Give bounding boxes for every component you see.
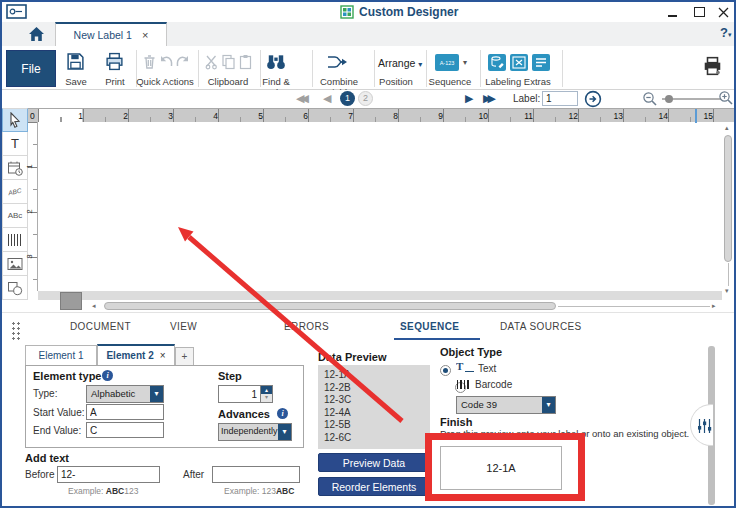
v-scrollbar-track[interactable] bbox=[728, 263, 729, 286]
panel-grip[interactable] bbox=[11, 321, 21, 341]
close-button[interactable] bbox=[718, 7, 729, 18]
curved-text-glyph: ABC bbox=[8, 187, 23, 197]
type-dropdown[interactable]: Alphabetic ▾ bbox=[86, 385, 164, 403]
save-label[interactable]: Save bbox=[58, 76, 94, 87]
arrange-dropdown[interactable]: Arrange ▾ bbox=[378, 57, 422, 69]
list-item[interactable]: 12-3C bbox=[324, 394, 430, 407]
undo-icon[interactable] bbox=[159, 54, 174, 70]
zoom-out-icon[interactable] bbox=[642, 91, 658, 107]
preview-data-button[interactable]: Preview Data bbox=[318, 453, 430, 472]
tab-data-sources[interactable]: DATA SOURCES bbox=[500, 321, 582, 332]
element-type-info-icon[interactable]: i bbox=[102, 370, 113, 381]
label-number-input[interactable] bbox=[542, 91, 578, 106]
page-1-badge[interactable]: 1 bbox=[340, 91, 355, 106]
find-replace-icon[interactable] bbox=[266, 52, 286, 72]
h-scrollbar-thumb[interactable] bbox=[104, 302, 556, 310]
scroll-right-icon[interactable]: ▸ bbox=[712, 301, 716, 311]
step-spinner[interactable]: ▴ ▾ bbox=[261, 385, 273, 403]
curved-text-tool[interactable]: ABC bbox=[2, 180, 28, 204]
reorder-elements-button[interactable]: Reorder Elements bbox=[318, 477, 430, 496]
barcode-type-dropdown[interactable]: Code 39 ▾ bbox=[456, 396, 556, 414]
position-label: Position bbox=[374, 76, 418, 87]
element-2-close-icon[interactable]: × bbox=[160, 350, 166, 361]
file-button[interactable]: File bbox=[6, 50, 56, 87]
tab-document[interactable]: DOCUMENT bbox=[70, 321, 131, 332]
before-input[interactable] bbox=[57, 466, 160, 483]
end-value-input[interactable] bbox=[86, 422, 164, 438]
v-scrollbar-thumb[interactable] bbox=[724, 135, 732, 262]
flyout-handle[interactable] bbox=[690, 404, 713, 446]
text-radio[interactable] bbox=[440, 365, 451, 376]
barcode-radio-label[interactable]: Barcode bbox=[475, 379, 512, 390]
scroll-down-icon[interactable]: ▾ bbox=[725, 286, 729, 296]
tab-element-1[interactable]: Element 1 bbox=[25, 345, 97, 366]
tab-close-icon[interactable]: × bbox=[142, 29, 148, 41]
list-item[interactable]: 12-2B bbox=[324, 382, 430, 395]
redo-icon[interactable] bbox=[175, 54, 190, 70]
home-icon[interactable] bbox=[28, 26, 45, 42]
minimize-button[interactable] bbox=[668, 6, 684, 18]
chevron-down-icon: ▾ bbox=[278, 424, 291, 440]
finish-heading: Finish bbox=[440, 416, 472, 428]
tab-view[interactable]: VIEW bbox=[170, 321, 197, 332]
step-up-button[interactable]: ▴ bbox=[261, 386, 272, 394]
text-tool[interactable]: T bbox=[2, 132, 28, 156]
combine-fields-icon[interactable] bbox=[326, 53, 348, 71]
list-item[interactable]: 12-5B bbox=[324, 419, 430, 432]
start-value-input[interactable] bbox=[86, 404, 164, 420]
advances-dropdown[interactable]: Independently ▾ bbox=[218, 423, 292, 441]
tab-sequence[interactable]: SEQUENCE bbox=[400, 321, 459, 332]
list-item[interactable]: 12-4A bbox=[324, 407, 430, 420]
select-tool[interactable] bbox=[2, 108, 28, 132]
list-item[interactable]: 12-1A bbox=[324, 369, 430, 382]
save-icon[interactable] bbox=[66, 52, 85, 71]
help-button[interactable]: ? bbox=[720, 25, 728, 40]
quick-print-icon[interactable] bbox=[702, 56, 723, 76]
delete-icon[interactable] bbox=[142, 54, 157, 70]
labeling-database-icon[interactable] bbox=[488, 54, 506, 71]
print-icon[interactable] bbox=[105, 52, 124, 71]
advances-info-icon[interactable]: i bbox=[277, 408, 288, 419]
design-canvas[interactable] bbox=[38, 122, 722, 291]
rich-text-tool[interactable]: ABc bbox=[2, 204, 28, 228]
tab-element-2[interactable]: Element 2 × bbox=[97, 344, 175, 366]
last-label-button[interactable]: ▶▶ bbox=[483, 92, 492, 105]
sequence-caret-icon[interactable]: ▾ bbox=[463, 58, 467, 67]
step-down-button[interactable]: ▾ bbox=[261, 394, 272, 402]
shapes-tool[interactable] bbox=[2, 276, 28, 300]
step-input[interactable] bbox=[218, 385, 261, 403]
horizontal-ruler: 0 12 34 56 78 910 1112 1314 15 bbox=[28, 108, 734, 122]
zoom-in-icon[interactable] bbox=[718, 90, 734, 106]
add-element-tab[interactable]: + bbox=[175, 347, 194, 366]
sequence-label[interactable]: Sequence bbox=[422, 76, 478, 87]
copy-icon[interactable] bbox=[221, 54, 236, 70]
data-preview-list[interactable]: 12-1A 12-2B 12-3C 12-4A 12-5B 12-6C bbox=[318, 365, 430, 449]
app-logo-icon bbox=[340, 5, 354, 19]
first-label-button[interactable]: ◀◀ bbox=[296, 92, 305, 105]
app-window: Custom Designer New Label 1 × ? ▾ File S… bbox=[0, 0, 736, 508]
scroll-left-icon[interactable]: ◂ bbox=[92, 301, 96, 311]
list-item[interactable]: 12-6C bbox=[324, 432, 430, 445]
text-radio-label[interactable]: Text bbox=[478, 363, 496, 374]
cut-icon[interactable] bbox=[204, 54, 219, 70]
chevron-down-icon: ▾ bbox=[418, 60, 422, 69]
barcode-tool[interactable] bbox=[2, 228, 28, 252]
next-label-button[interactable]: ▶ bbox=[465, 92, 473, 105]
zoom-slider-handle[interactable] bbox=[665, 95, 673, 103]
nav-row: ◀◀ ◀ 1 2 ▶ ▶▶ Label: bbox=[2, 90, 734, 108]
scroll-up-icon[interactable]: ▴ bbox=[725, 123, 729, 133]
tab-errors[interactable]: ERRORS bbox=[284, 321, 329, 332]
go-to-label-button[interactable] bbox=[584, 90, 602, 108]
paste-icon[interactable] bbox=[238, 54, 253, 70]
maximize-button[interactable] bbox=[694, 7, 710, 19]
labeling-extras-label[interactable]: Labeling Extras bbox=[482, 76, 554, 87]
labeling-cut-icon[interactable] bbox=[510, 54, 528, 71]
h-scrollbar-track[interactable] bbox=[558, 306, 710, 307]
tab-new-label-1[interactable]: New Label 1 × bbox=[55, 22, 167, 46]
sequence-icon[interactable]: A-123 bbox=[435, 54, 459, 71]
prev-label-button[interactable]: ◀ bbox=[323, 92, 331, 105]
labeling-text-icon[interactable] bbox=[532, 54, 550, 71]
page-2-badge[interactable]: 2 bbox=[358, 91, 373, 106]
print-label[interactable]: Print bbox=[100, 76, 130, 87]
after-input[interactable] bbox=[212, 466, 300, 483]
